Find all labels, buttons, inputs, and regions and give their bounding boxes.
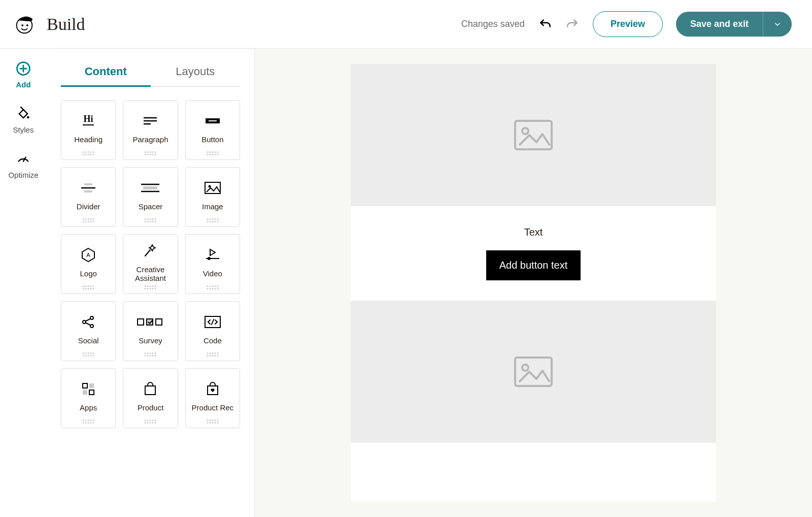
blocks-sidebar: Content Layouts Hi Heading Paragraph: [47, 49, 255, 517]
svg-rect-39: [145, 386, 155, 395]
nav-rail: Add Styles Optimize: [0, 49, 47, 517]
block-paragraph[interactable]: Paragraph: [123, 100, 178, 160]
svg-point-26: [83, 320, 86, 324]
drag-handle-icon: [207, 285, 218, 289]
shopping-bag-heart-icon: [205, 380, 220, 398]
video-icon: [204, 246, 221, 264]
drag-handle-icon: [207, 218, 218, 222]
block-apps[interactable]: Apps: [61, 368, 116, 428]
tile-label: Button: [201, 135, 223, 144]
plus-circle-icon: [16, 61, 31, 76]
cta-button[interactable]: Add button text: [486, 250, 581, 280]
block-creative-assistant[interactable]: Creative Assistant: [123, 234, 178, 294]
svg-rect-12: [84, 183, 92, 185]
undo-button[interactable]: [538, 17, 552, 31]
tile-label: Apps: [80, 403, 97, 412]
cta-wrap: Add button text: [351, 250, 716, 301]
drag-handle-icon: [83, 285, 94, 289]
tile-label: Code: [204, 336, 222, 345]
svg-line-29: [86, 319, 91, 321]
tile-label: Video: [203, 269, 222, 278]
email-preview: Text Add button text: [351, 64, 716, 502]
page-title: Build: [47, 15, 85, 34]
tab-layouts[interactable]: Layouts: [151, 60, 241, 86]
canvas-area[interactable]: Text Add button text: [255, 49, 812, 517]
tile-label: Product Rec: [192, 403, 234, 412]
block-social[interactable]: Social: [61, 301, 116, 361]
save-status: Changes saved: [461, 19, 525, 29]
divider-icon: [78, 179, 98, 197]
svg-line-22: [145, 250, 150, 256]
survey-checkboxes-icon: [137, 313, 164, 331]
svg-rect-33: [156, 319, 162, 325]
svg-rect-37: [83, 390, 87, 395]
drag-handle-icon: [83, 218, 94, 222]
block-video[interactable]: Video: [185, 234, 240, 294]
drag-handle-icon: [207, 419, 218, 424]
paint-bucket-icon: [16, 106, 31, 121]
block-button[interactable]: Button: [185, 100, 240, 160]
image-placeholder-icon: [513, 119, 554, 151]
apps-grid-icon: [81, 380, 96, 398]
image-placeholder-top[interactable]: [351, 64, 716, 206]
preview-button[interactable]: Preview: [593, 11, 663, 37]
tile-label: Survey: [139, 336, 162, 345]
tile-label: Logo: [80, 269, 96, 278]
image-placeholder-bottom[interactable]: [351, 301, 716, 443]
svg-point-19: [208, 185, 211, 188]
rail-item-optimize[interactable]: Optimize: [8, 151, 38, 179]
block-spacer[interactable]: Spacer: [123, 167, 178, 227]
svg-point-27: [90, 316, 93, 319]
app-body: Add Styles Optimize Content Layouts Hi: [0, 49, 812, 517]
block-product-rec[interactable]: Product Rec: [185, 368, 240, 428]
block-grid: Hi Heading Paragraph Button: [61, 100, 240, 428]
logo-hex-icon: A: [80, 246, 96, 264]
drag-handle-icon: [83, 352, 94, 357]
share-icon: [81, 313, 96, 331]
save-and-exit-button[interactable]: Save and exit: [676, 12, 763, 37]
block-divider[interactable]: Divider: [61, 167, 116, 227]
rail-label: Styles: [13, 125, 34, 134]
sidebar-tabs: Content Layouts: [61, 60, 240, 87]
block-survey[interactable]: Survey: [123, 301, 178, 361]
undo-icon: [538, 18, 552, 31]
block-logo[interactable]: A Logo: [61, 234, 116, 294]
heading-icon: Hi: [80, 112, 97, 130]
tile-label: Product: [138, 403, 164, 412]
drag-handle-icon: [207, 352, 218, 357]
tab-content[interactable]: Content: [61, 60, 151, 87]
tile-label: Heading: [74, 135, 103, 144]
tile-label: Image: [202, 202, 223, 211]
drag-handle-icon: [145, 352, 156, 357]
button-icon: [202, 112, 223, 130]
block-heading[interactable]: Hi Heading: [61, 100, 116, 160]
svg-point-28: [90, 325, 93, 328]
paragraph-icon: [142, 112, 159, 130]
save-dropdown-button[interactable]: [763, 12, 792, 37]
rail-label: Optimize: [8, 171, 38, 179]
drag-handle-icon: [207, 151, 218, 155]
svg-rect-38: [89, 390, 94, 395]
drag-handle-icon: [83, 151, 94, 155]
rail-item-add[interactable]: Add: [16, 61, 31, 89]
block-image[interactable]: Image: [185, 167, 240, 227]
svg-rect-36: [89, 383, 94, 388]
magic-wand-icon: [142, 242, 158, 260]
rail-item-styles[interactable]: Styles: [13, 106, 34, 134]
code-icon: [204, 313, 222, 331]
brand-logo: [12, 12, 37, 37]
svg-marker-23: [210, 249, 215, 255]
svg-point-42: [522, 128, 528, 134]
rail-label: Add: [16, 80, 30, 89]
svg-rect-31: [138, 319, 144, 325]
redo-button[interactable]: [565, 17, 580, 31]
svg-point-25: [208, 257, 211, 260]
block-code[interactable]: Code: [185, 301, 240, 361]
block-product[interactable]: Product: [123, 368, 178, 428]
text-block[interactable]: Text: [351, 206, 716, 250]
drag-handle-icon: [145, 419, 156, 424]
svg-rect-16: [143, 186, 157, 189]
svg-point-44: [522, 365, 528, 371]
tile-label: Social: [78, 336, 99, 345]
svg-point-2: [26, 24, 28, 26]
